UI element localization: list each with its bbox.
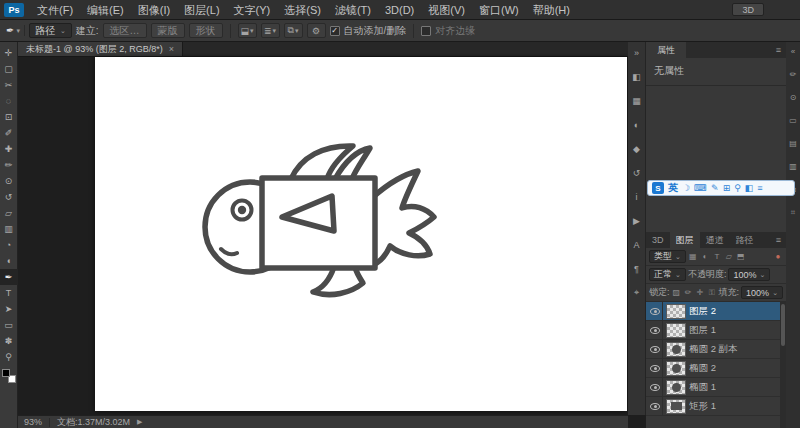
- dodge-tool[interactable]: ◖: [0, 253, 18, 269]
- document-tab[interactable]: 未标题-1 @ 93% (图层 2, RGB/8*) ×: [18, 42, 183, 56]
- type-tool[interactable]: T: [0, 285, 18, 301]
- ime-moon-icon[interactable]: ☽: [682, 181, 690, 195]
- menu-type[interactable]: 文字(Y): [227, 0, 278, 20]
- lock-transparency-icon[interactable]: ▨: [672, 288, 682, 297]
- scrollbar-thumb[interactable]: [781, 304, 785, 346]
- timeline-panel-icon[interactable]: ▭: [787, 115, 799, 126]
- lock-pixels-icon[interactable]: ✏: [683, 288, 693, 297]
- actions-panel-icon[interactable]: ▶: [629, 214, 645, 227]
- foreground-color-swatch[interactable]: [2, 369, 10, 377]
- color-panel-icon[interactable]: ◧: [629, 70, 645, 83]
- visibility-toggle[interactable]: [648, 397, 663, 416]
- layer-thumbnail[interactable]: [666, 399, 686, 414]
- lock-all-icon[interactable]: ⚿: [707, 288, 717, 298]
- tab-3d[interactable]: 3D: [646, 232, 670, 248]
- panel-menu-icon[interactable]: ≡: [771, 42, 786, 58]
- eraser-tool[interactable]: ▱: [0, 205, 18, 221]
- menu-filter[interactable]: 滤镜(T): [328, 0, 378, 20]
- filter-pixel-layers-icon[interactable]: ▦: [688, 252, 698, 261]
- expand-dock-icon[interactable]: «: [787, 46, 799, 57]
- path-selection-tool[interactable]: ➤: [0, 301, 18, 317]
- ime-handwriting-icon[interactable]: ✎: [711, 181, 719, 195]
- close-icon[interactable]: ×: [169, 44, 174, 54]
- visibility-toggle[interactable]: [648, 340, 663, 359]
- menu-select[interactable]: 选择(S): [277, 0, 328, 20]
- eyedropper-tool[interactable]: ✐: [0, 125, 18, 141]
- make-selection-button[interactable]: 选区…: [103, 23, 147, 38]
- ime-keyboard-icon[interactable]: ⌨: [694, 181, 707, 195]
- tool-mode-select[interactable]: 路径 ⌄: [29, 23, 72, 38]
- layer-row[interactable]: 图层 1: [646, 321, 780, 340]
- gradient-tool[interactable]: ▥: [0, 221, 18, 237]
- blur-tool[interactable]: ◔: [0, 237, 18, 253]
- visibility-toggle[interactable]: [648, 359, 663, 378]
- notes-panel-icon[interactable]: ▤: [787, 138, 799, 149]
- menu-edit[interactable]: 编辑(E): [80, 0, 131, 20]
- quick-selection-tool[interactable]: ◌: [0, 93, 18, 109]
- auto-add-delete-checkbox[interactable]: ✓: [330, 26, 340, 36]
- ime-skin-icon[interactable]: ◧: [745, 181, 754, 195]
- path-operations-button[interactable]: ⬓ ▾: [238, 23, 257, 38]
- layer-thumbnail[interactable]: [666, 304, 686, 319]
- history-panel-icon[interactable]: ↺: [629, 166, 645, 179]
- histogram-panel-icon[interactable]: ▥: [787, 161, 799, 172]
- tab-channels[interactable]: 通道: [700, 232, 730, 248]
- clone-stamp-tool[interactable]: ⊙: [0, 173, 18, 189]
- path-arrange-button[interactable]: ⧉ ▾: [284, 23, 303, 38]
- visibility-toggle[interactable]: [648, 302, 663, 321]
- layer-filter-type-select[interactable]: 类型 ⌄: [649, 250, 686, 263]
- shape-tool[interactable]: ▭: [0, 317, 18, 333]
- make-mask-button[interactable]: 蒙版: [151, 23, 185, 38]
- crop-tool[interactable]: ⊡: [0, 109, 18, 125]
- make-shape-button[interactable]: 形状: [189, 23, 223, 38]
- history-brush-tool[interactable]: ↺: [0, 189, 18, 205]
- layer-row[interactable]: 矩形 1: [646, 397, 780, 416]
- ime-clipboard-icon[interactable]: ⊞: [723, 181, 731, 195]
- brush-presets-panel-icon[interactable]: ✏: [787, 69, 799, 80]
- layer-thumbnail[interactable]: [666, 323, 686, 338]
- canvas[interactable]: [95, 57, 627, 411]
- visibility-toggle[interactable]: [648, 378, 663, 397]
- lock-position-icon[interactable]: ✛: [695, 288, 705, 297]
- layer-row[interactable]: 椭圆 2 副本: [646, 340, 780, 359]
- zoom-level[interactable]: 93%: [24, 417, 42, 427]
- ime-menu-icon[interactable]: ≡: [757, 181, 762, 195]
- status-options-arrow-icon[interactable]: ▶: [137, 418, 142, 426]
- hand-tool[interactable]: ✽: [0, 333, 18, 349]
- layer-row[interactable]: 椭圆 1: [646, 378, 780, 397]
- tab-paths[interactable]: 路径: [730, 232, 760, 248]
- filter-smart-objects-icon[interactable]: ⬒: [736, 252, 746, 261]
- pen-options-gear-button[interactable]: ⚙: [307, 23, 326, 38]
- brush-tool[interactable]: ✏: [0, 157, 18, 173]
- clone-source-panel-icon[interactable]: ⊙: [787, 92, 799, 103]
- menu-help[interactable]: 帮助(H): [526, 0, 577, 20]
- menu-file[interactable]: 文件(F): [30, 0, 80, 20]
- swatches-panel-icon[interactable]: ▦: [629, 94, 645, 107]
- visibility-toggle[interactable]: [648, 321, 663, 340]
- menu-layer[interactable]: 图层(L): [177, 0, 226, 20]
- lasso-tool[interactable]: ✂: [0, 77, 18, 93]
- panel-menu-icon[interactable]: ≡: [771, 232, 786, 248]
- filter-type-layers-icon[interactable]: T: [712, 252, 722, 261]
- collapse-panels-icon[interactable]: »: [629, 46, 645, 59]
- layer-row[interactable]: 椭圆 2: [646, 359, 780, 378]
- layer-row[interactable]: 图层 2: [646, 302, 780, 321]
- path-alignment-button[interactable]: ≣ ▾: [261, 23, 280, 38]
- pen-tool[interactable]: ✒: [0, 269, 18, 285]
- menu-image[interactable]: 图像(I): [131, 0, 177, 20]
- layer-thumbnail[interactable]: [666, 380, 686, 395]
- info-panel-icon[interactable]: i: [629, 190, 645, 203]
- marquee-tool[interactable]: ▢: [0, 61, 18, 77]
- color-swatches[interactable]: [2, 369, 16, 383]
- tool-preset-picker[interactable]: ✒ ▾: [4, 25, 25, 36]
- measurement-panel-icon[interactable]: ⌗: [787, 207, 799, 218]
- navigator-panel-icon[interactable]: ⌖: [629, 286, 645, 299]
- layers-scrollbar[interactable]: [780, 302, 786, 428]
- tab-layers[interactable]: 图层: [670, 232, 700, 248]
- styles-panel-icon[interactable]: ◆: [629, 142, 645, 155]
- menu-window[interactable]: 窗口(W): [472, 0, 526, 20]
- layer-filter-toggle[interactable]: ●: [773, 252, 783, 261]
- filter-adjustment-layers-icon[interactable]: ◐: [700, 252, 710, 261]
- paragraph-panel-icon[interactable]: ¶: [629, 262, 645, 275]
- character-panel-icon[interactable]: A: [629, 238, 645, 251]
